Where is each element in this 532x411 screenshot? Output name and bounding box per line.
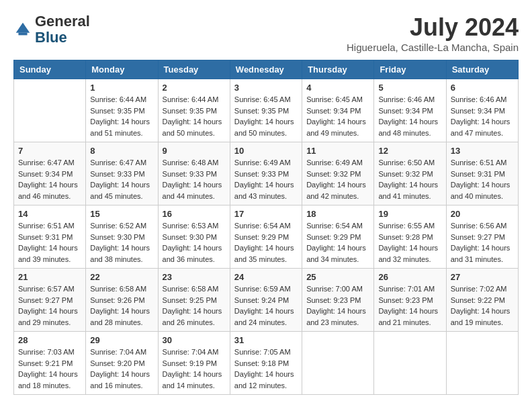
day-info: Sunrise: 6:53 AM Sunset: 9:30 PM Dayligh…: [163, 220, 226, 265]
sunrise-time: Sunrise: 6:47 AM: [18, 158, 75, 167]
sunset-time: Sunset: 9:29 PM: [306, 233, 361, 241]
sunset-time: Sunset: 9:31 PM: [451, 170, 505, 178]
calendar-row: 1 Sunrise: 6:44 AM Sunset: 9:35 PM Dayli…: [14, 79, 519, 142]
daylight-hours: Daylight: 14 hours and 42 minutes.: [306, 181, 366, 200]
header-tuesday: Tuesday: [158, 60, 230, 79]
sunset-time: Sunset: 9:31 PM: [18, 233, 73, 241]
day-number: 30: [163, 335, 226, 345]
day-info: Sunrise: 7:01 AM Sunset: 9:23 PM Dayligh…: [378, 283, 441, 328]
sunrise-time: Sunrise: 7:00 AM: [306, 285, 363, 293]
daylight-hours: Daylight: 14 hours and 24 minutes.: [234, 307, 294, 326]
table-row: 23 Sunrise: 6:58 AM Sunset: 9:25 PM Dayl…: [158, 269, 230, 332]
daylight-hours: Daylight: 14 hours and 16 minutes.: [90, 370, 150, 390]
sunrise-time: Sunrise: 6:54 AM: [306, 222, 363, 230]
daylight-hours: Daylight: 14 hours and 28 minutes.: [90, 307, 150, 326]
day-number: 7: [18, 146, 81, 156]
day-info: Sunrise: 6:45 AM Sunset: 9:35 PM Dayligh…: [234, 94, 298, 138]
day-number: 31: [234, 335, 298, 345]
table-row: 16 Sunrise: 6:53 AM Sunset: 9:30 PM Dayl…: [158, 205, 230, 269]
day-number: 15: [90, 209, 153, 219]
sunrise-time: Sunrise: 7:05 AM: [234, 348, 291, 356]
sunrise-time: Sunrise: 6:44 AM: [163, 95, 219, 103]
table-row: 9 Sunrise: 6:48 AM Sunset: 9:33 PM Dayli…: [158, 142, 230, 205]
table-row: 21 Sunrise: 6:57 AM Sunset: 9:27 PM Dayl…: [14, 269, 86, 332]
sunset-time: Sunset: 9:30 PM: [90, 233, 144, 241]
sunrise-time: Sunrise: 6:55 AM: [378, 222, 435, 230]
sunset-time: Sunset: 9:27 PM: [451, 233, 505, 241]
svg-rect-1: [18, 33, 27, 36]
day-number: 22: [90, 272, 153, 282]
table-row: 27 Sunrise: 7:02 AM Sunset: 9:22 PM Dayl…: [446, 269, 518, 332]
day-info: Sunrise: 6:46 AM Sunset: 9:34 PM Dayligh…: [451, 94, 514, 138]
sunset-time: Sunset: 9:35 PM: [163, 107, 217, 115]
day-info: Sunrise: 6:58 AM Sunset: 9:25 PM Dayligh…: [163, 283, 226, 328]
sunset-time: Sunset: 9:20 PM: [90, 359, 144, 367]
day-number: 3: [234, 83, 298, 93]
day-info: Sunrise: 6:45 AM Sunset: 9:34 PM Dayligh…: [306, 94, 369, 138]
table-row: 31 Sunrise: 7:05 AM Sunset: 9:18 PM Dayl…: [230, 332, 302, 395]
day-number: 19: [378, 209, 441, 219]
sunset-time: Sunset: 9:23 PM: [306, 296, 361, 304]
table-row: 26 Sunrise: 7:01 AM Sunset: 9:23 PM Dayl…: [374, 269, 446, 332]
sunrise-time: Sunrise: 6:54 AM: [234, 222, 291, 230]
day-info: Sunrise: 7:02 AM Sunset: 9:22 PM Dayligh…: [451, 283, 514, 328]
day-info: Sunrise: 6:44 AM Sunset: 9:35 PM Dayligh…: [163, 94, 226, 138]
calendar-row: 28 Sunrise: 7:03 AM Sunset: 9:21 PM Dayl…: [14, 332, 519, 395]
table-row: 15 Sunrise: 6:52 AM Sunset: 9:30 PM Dayl…: [86, 205, 158, 269]
day-number: 18: [306, 209, 369, 219]
sunset-time: Sunset: 9:34 PM: [451, 107, 505, 115]
daylight-hours: Daylight: 14 hours and 34 minutes.: [306, 244, 366, 263]
sunset-time: Sunset: 9:32 PM: [306, 170, 361, 178]
sunrise-time: Sunrise: 7:02 AM: [451, 285, 507, 293]
header-wednesday: Wednesday: [230, 60, 302, 79]
daylight-hours: Daylight: 14 hours and 46 minutes.: [18, 181, 78, 200]
daylight-hours: Daylight: 14 hours and 41 minutes.: [378, 181, 438, 200]
header-sunday: Sunday: [14, 60, 86, 79]
day-number: 23: [163, 272, 226, 282]
daylight-hours: Daylight: 14 hours and 45 minutes.: [90, 181, 150, 200]
sunrise-time: Sunrise: 6:53 AM: [163, 222, 219, 230]
sunset-time: Sunset: 9:21 PM: [18, 359, 73, 367]
daylight-hours: Daylight: 14 hours and 51 minutes.: [90, 118, 150, 137]
day-info: Sunrise: 7:04 AM Sunset: 9:20 PM Dayligh…: [90, 347, 153, 391]
sunrise-time: Sunrise: 6:49 AM: [306, 158, 363, 167]
table-row: 22 Sunrise: 6:58 AM Sunset: 9:26 PM Dayl…: [86, 269, 158, 332]
daylight-hours: Daylight: 14 hours and 35 minutes.: [234, 244, 294, 263]
day-info: Sunrise: 6:55 AM Sunset: 9:28 PM Dayligh…: [378, 220, 441, 265]
daylight-hours: Daylight: 14 hours and 44 minutes.: [163, 181, 222, 200]
sunrise-time: Sunrise: 6:46 AM: [451, 95, 507, 103]
daylight-hours: Daylight: 14 hours and 48 minutes.: [378, 118, 438, 137]
sunrise-time: Sunrise: 7:01 AM: [378, 285, 435, 293]
day-info: Sunrise: 6:44 AM Sunset: 9:35 PM Dayligh…: [90, 94, 153, 138]
table-row: 6 Sunrise: 6:46 AM Sunset: 9:34 PM Dayli…: [446, 79, 518, 142]
month-title: July 2024: [347, 13, 519, 42]
sunset-time: Sunset: 9:33 PM: [163, 170, 217, 178]
day-number: 26: [378, 272, 441, 282]
title-block: July 2024 Higueruela, Castille-La Mancha…: [347, 13, 519, 53]
daylight-hours: Daylight: 14 hours and 32 minutes.: [378, 244, 438, 263]
daylight-hours: Daylight: 14 hours and 19 minutes.: [451, 307, 511, 326]
day-number: 8: [90, 146, 153, 156]
daylight-hours: Daylight: 14 hours and 39 minutes.: [18, 244, 78, 263]
sunrise-time: Sunrise: 6:49 AM: [234, 158, 291, 167]
sunrise-time: Sunrise: 6:48 AM: [163, 158, 219, 167]
day-number: 16: [163, 209, 226, 219]
table-row: 29 Sunrise: 7:04 AM Sunset: 9:20 PM Dayl…: [86, 332, 158, 395]
sunset-time: Sunset: 9:32 PM: [378, 170, 433, 178]
day-number: 1: [90, 83, 153, 93]
daylight-hours: Daylight: 14 hours and 26 minutes.: [163, 307, 222, 326]
sunset-time: Sunset: 9:35 PM: [90, 107, 144, 115]
day-number: 2: [163, 83, 226, 93]
day-info: Sunrise: 6:47 AM Sunset: 9:33 PM Dayligh…: [90, 157, 153, 201]
table-row: 19 Sunrise: 6:55 AM Sunset: 9:28 PM Dayl…: [374, 205, 446, 269]
table-row: 11 Sunrise: 6:49 AM Sunset: 9:32 PM Dayl…: [302, 142, 374, 205]
day-number: 29: [90, 335, 153, 345]
header-friday: Friday: [374, 60, 446, 79]
day-info: Sunrise: 6:59 AM Sunset: 9:24 PM Dayligh…: [234, 283, 298, 328]
day-number: 28: [18, 335, 81, 345]
day-info: Sunrise: 6:49 AM Sunset: 9:32 PM Dayligh…: [306, 157, 369, 201]
daylight-hours: Daylight: 14 hours and 49 minutes.: [306, 118, 366, 137]
sunset-time: Sunset: 9:18 PM: [234, 359, 289, 367]
day-number: 27: [451, 272, 514, 282]
sunrise-time: Sunrise: 6:57 AM: [18, 285, 75, 293]
